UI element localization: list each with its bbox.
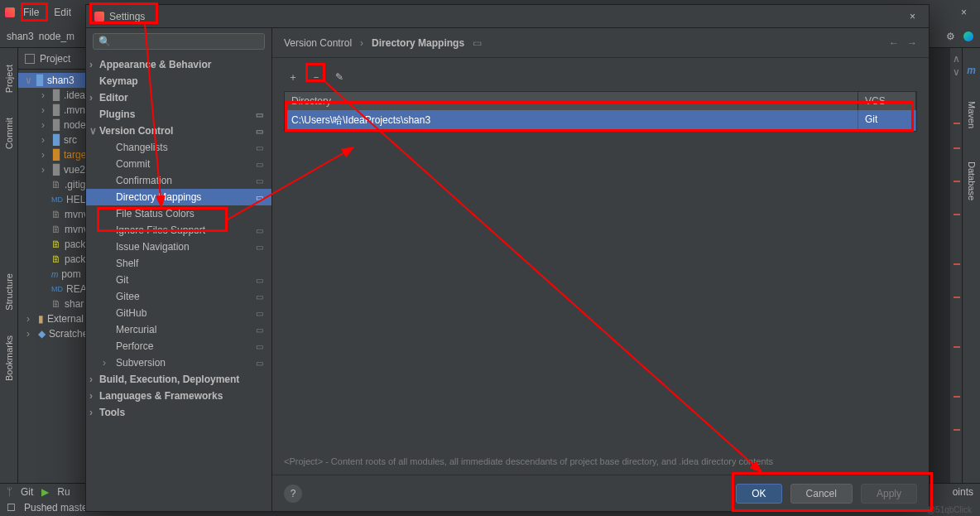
ok-button[interactable]: OK bbox=[736, 484, 781, 504]
nav-label: Gitee bbox=[116, 291, 140, 302]
project-badge-icon: ▭ bbox=[256, 276, 263, 285]
branch-icon[interactable]: ᛘ bbox=[7, 486, 12, 498]
nav-label: Shelf bbox=[116, 258, 138, 269]
left-tool-strip: Project Commit Structure Bookmarks bbox=[0, 48, 18, 483]
project-badge-icon: ▭ bbox=[256, 292, 263, 301]
mapping-row[interactable]: C:\Users\哈\IdeaProjects\shan3 Git bbox=[285, 110, 916, 131]
nav-tools[interactable]: ›Tools bbox=[86, 404, 271, 421]
nav-label: Keymap bbox=[99, 75, 138, 87]
menu-file[interactable]: File bbox=[17, 3, 46, 22]
add-mapping-button[interactable]: ＋ bbox=[284, 68, 302, 86]
nav-issue-navigation[interactable]: Issue Navigation▭ bbox=[86, 239, 271, 255]
close-icon[interactable]: × bbox=[905, 9, 920, 24]
breadcrumb-vc[interactable]: Version Control bbox=[284, 37, 352, 49]
nav-fwd-icon[interactable]: → bbox=[907, 37, 917, 49]
nav-label: Commit bbox=[116, 158, 150, 170]
settings-search[interactable]: 🔍 bbox=[93, 33, 265, 50]
cell-directory: C:\Users\哈\IdeaProjects\shan3 bbox=[285, 110, 858, 131]
status-right: oints bbox=[953, 486, 973, 498]
codewithme-icon[interactable] bbox=[963, 31, 973, 41]
nav-version-control[interactable]: ∨Version Control▭ bbox=[86, 123, 271, 139]
folder-icon: ▉ bbox=[53, 119, 60, 131]
nav-editor[interactable]: ›Editor bbox=[86, 89, 271, 106]
status-git[interactable]: Git bbox=[21, 486, 33, 498]
breadcrumb-dm: Directory Mappings bbox=[372, 37, 464, 49]
nav-changelists[interactable]: Changelists▭ bbox=[86, 139, 271, 156]
play-icon[interactable] bbox=[41, 486, 49, 498]
nav-shelf[interactable]: Shelf bbox=[86, 255, 271, 272]
folder-icon: ▉ bbox=[53, 89, 60, 101]
cancel-button[interactable]: Cancel bbox=[790, 484, 853, 504]
strip-bookmarks[interactable]: Bookmarks bbox=[4, 335, 14, 381]
settings-dialog: Settings × 🔍 ›Appearance & Behavior Keym… bbox=[85, 4, 930, 512]
project-badge-icon: ▭ bbox=[473, 37, 482, 49]
chevron-right-icon: › bbox=[89, 407, 99, 418]
folder-icon: ▉ bbox=[36, 75, 44, 86]
folder-icon: ▉ bbox=[53, 134, 60, 146]
nav-build[interactable]: ›Build, Execution, Deployment bbox=[86, 371, 271, 388]
nav-appearance[interactable]: ›Appearance & Behavior bbox=[86, 56, 271, 73]
project-badge-icon: ▭ bbox=[256, 193, 263, 202]
chevron-right-icon: › bbox=[26, 313, 35, 325]
nav-languages[interactable]: ›Languages & Frameworks bbox=[86, 388, 271, 404]
nav-label: Build, Execution, Deployment bbox=[99, 374, 239, 385]
col-vcs-header[interactable]: VCS bbox=[858, 92, 916, 110]
status-pushed: Pushed master bbox=[24, 502, 91, 514]
strip-commit[interactable]: Commit bbox=[4, 118, 14, 149]
mapping-toolbar: ＋ － ✎ bbox=[284, 68, 917, 86]
strip-project[interactable]: Project bbox=[4, 65, 14, 93]
maven-icon: m bbox=[51, 270, 58, 279]
nav-back-icon[interactable]: ← bbox=[889, 37, 899, 49]
nav-mercurial[interactable]: Mercurial▭ bbox=[86, 321, 271, 338]
nav-ignore-files[interactable]: Ignore Files Support▭ bbox=[86, 222, 271, 239]
chevron-right-icon: › bbox=[360, 37, 363, 49]
nav-plugins[interactable]: Plugins▭ bbox=[86, 106, 271, 123]
gear-icon[interactable] bbox=[946, 31, 955, 42]
search-input[interactable] bbox=[111, 36, 259, 47]
nav-confirmation[interactable]: Confirmation▭ bbox=[86, 172, 271, 189]
editor-gutter-right: ∧ ∨ bbox=[950, 48, 962, 483]
strip-database[interactable]: Database bbox=[967, 162, 977, 200]
file-icon: 🗎 bbox=[51, 253, 61, 265]
col-directory-header[interactable]: Directory bbox=[285, 92, 858, 110]
nav-label: Perforce bbox=[116, 340, 153, 352]
nav-subversion[interactable]: ›Subversion▭ bbox=[86, 354, 271, 371]
menu-edit[interactable]: Edit bbox=[47, 3, 78, 22]
chevron-down-icon: ∨ bbox=[89, 125, 99, 137]
settings-breadcrumb: Version Control › Directory Mappings ▭ ←… bbox=[272, 28, 929, 58]
project-badge-icon: ▭ bbox=[256, 110, 263, 119]
breadcrumb-project[interactable]: shan3 bbox=[7, 31, 34, 42]
nav-perforce[interactable]: Perforce▭ bbox=[86, 338, 271, 354]
nav-keymap[interactable]: Keymap bbox=[86, 73, 271, 89]
remove-mapping-button[interactable]: － bbox=[307, 68, 325, 86]
breadcrumb-sub[interactable]: node_m bbox=[39, 31, 74, 42]
project-badge-icon: ▭ bbox=[256, 243, 263, 252]
help-button[interactable]: ? bbox=[284, 485, 302, 503]
nav-git[interactable]: Git▭ bbox=[86, 272, 271, 288]
chevron-down-icon: ∨ bbox=[25, 75, 33, 86]
nav-label: Confirmation bbox=[116, 175, 172, 186]
status-message: ☐ bbox=[7, 502, 16, 514]
settings-nav: 🔍 ›Appearance & Behavior Keymap ›Editor … bbox=[86, 28, 272, 511]
close-icon[interactable]: × bbox=[953, 3, 975, 22]
nav-file-status-colors[interactable]: File Status Colors bbox=[86, 205, 271, 222]
maven-icon[interactable]: m bbox=[967, 65, 976, 76]
edit-mapping-button[interactable]: ✎ bbox=[330, 68, 348, 86]
project-badge-icon: ▭ bbox=[256, 359, 263, 368]
nav-directory-mappings[interactable]: Directory Mappings▭ bbox=[86, 189, 271, 205]
nav-commit[interactable]: Commit▭ bbox=[86, 156, 271, 172]
apply-button[interactable]: Apply bbox=[861, 484, 917, 504]
project-badge-icon: ▭ bbox=[256, 309, 263, 318]
project-badge-icon: ▭ bbox=[256, 326, 263, 335]
folder-icon: ▉ bbox=[53, 164, 60, 176]
nav-github[interactable]: GitHub▭ bbox=[86, 305, 271, 321]
status-run[interactable]: Ru bbox=[57, 486, 70, 498]
file-icon: 🗎 bbox=[51, 224, 61, 235]
project-badge-icon: ▭ bbox=[256, 176, 263, 186]
nav-gitee[interactable]: Gitee▭ bbox=[86, 288, 271, 305]
tree-label: Scratche bbox=[49, 328, 88, 340]
strip-structure[interactable]: Structure bbox=[4, 273, 14, 311]
tree-label: .idea bbox=[64, 89, 85, 101]
strip-maven[interactable]: Maven bbox=[967, 101, 977, 128]
scratch-icon: ◆ bbox=[38, 328, 46, 340]
